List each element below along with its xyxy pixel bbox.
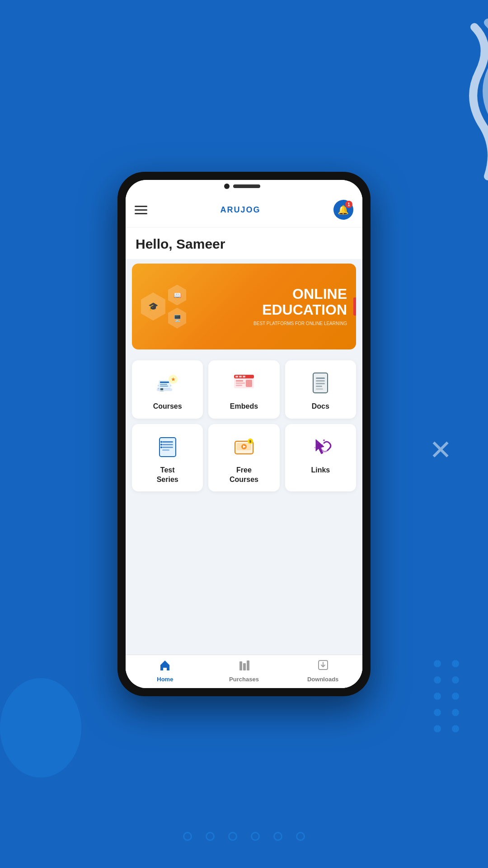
menu-item-docs[interactable]: Docs	[285, 360, 356, 419]
svg-rect-29	[162, 444, 173, 445]
hamburger-menu[interactable]	[135, 206, 147, 214]
greeting-section: Hello, Sameer	[126, 227, 362, 259]
bg-wave	[393, 18, 488, 190]
menu-item-test-series[interactable]: TestSeries	[132, 424, 203, 492]
courses-icon: ★ 💻	[154, 369, 181, 396]
home-label: Home	[157, 676, 173, 683]
svg-rect-25	[316, 388, 323, 390]
promo-banner[interactable]: 🎓 📖 🖥️ ONLINEEDUCATION BEST PLATFORMS FO…	[132, 264, 356, 349]
svg-rect-22	[316, 380, 325, 382]
camera-notch	[224, 184, 230, 189]
downloads-icon	[317, 659, 329, 674]
hex-book: 📖	[168, 285, 186, 306]
hex-graduation: 🎓	[141, 292, 165, 321]
links-icon	[307, 433, 334, 460]
phone-frame: ARUJOG 🔔 1 Hello, Sameer 🎓	[117, 172, 371, 696]
svg-rect-21	[316, 377, 325, 379]
svg-text:$: $	[249, 439, 252, 443]
free-courses-icon: $	[230, 433, 258, 460]
speaker-notch	[233, 184, 260, 188]
banner-left: 🎓 📖 🖥️	[132, 276, 244, 338]
svg-point-33	[160, 443, 162, 445]
notification-button[interactable]: 🔔 1	[333, 200, 353, 220]
bottom-nav: Home Purchases	[126, 655, 362, 688]
menu-item-links[interactable]: Links	[285, 424, 356, 492]
app-content: ARUJOG 🔔 1 Hello, Sameer 🎓	[126, 193, 362, 688]
svg-rect-17	[236, 385, 242, 386]
svg-rect-28	[162, 441, 173, 443]
svg-rect-15	[236, 380, 243, 382]
purchases-label: Purchases	[229, 676, 259, 683]
svg-rect-46	[239, 661, 242, 670]
docs-label: Docs	[312, 402, 329, 411]
notification-badge: 1	[345, 201, 352, 208]
svg-rect-3	[160, 382, 169, 383]
banner-scroll-indicator	[353, 297, 356, 316]
svg-rect-48	[247, 660, 249, 670]
free-courses-label: FreeCourses	[230, 466, 258, 485]
phone-notch	[126, 180, 362, 193]
svg-text:💻: 💻	[160, 387, 164, 392]
svg-point-43	[317, 442, 319, 444]
svg-rect-4	[160, 384, 167, 385]
svg-point-32	[160, 441, 162, 443]
embeds-icon	[230, 369, 258, 396]
app-logo: ARUJOG	[220, 205, 260, 215]
downloads-label: Downloads	[307, 676, 338, 683]
menu-grid: ★ 💻 Courses	[126, 354, 362, 498]
courses-label: Courses	[153, 402, 182, 411]
nav-downloads[interactable]: Downloads	[305, 659, 341, 683]
svg-rect-18	[246, 380, 252, 387]
docs-icon	[307, 369, 334, 396]
svg-rect-23	[316, 383, 325, 384]
test-series-label: TestSeries	[157, 466, 178, 485]
menu-item-courses[interactable]: ★ 💻 Courses	[132, 360, 203, 419]
banner-subtitle: BEST PLATFORMS FOR ONLINE LEARNING	[253, 321, 347, 327]
bg-x-icon: ✕	[429, 434, 452, 466]
svg-rect-13	[239, 376, 242, 377]
menu-item-embeds[interactable]: Embeds	[208, 360, 279, 419]
svg-rect-24	[316, 386, 322, 387]
test-series-icon	[154, 433, 181, 460]
phone-screen: ARUJOG 🔔 1 Hello, Sameer 🎓	[126, 180, 362, 688]
bg-dots-right	[434, 660, 461, 732]
svg-rect-16	[236, 382, 245, 384]
svg-marker-42	[316, 439, 324, 454]
purchases-icon	[238, 659, 250, 674]
nav-purchases[interactable]: Purchases	[226, 659, 262, 683]
bg-dots-bottom	[183, 832, 305, 841]
greeting-text: Hello, Sameer	[136, 236, 352, 252]
svg-rect-12	[235, 376, 238, 377]
banner-right: ONLINEEDUCATION BEST PLATFORMS FOR ONLIN…	[244, 279, 356, 334]
svg-text:★: ★	[170, 376, 175, 382]
banner-title: ONLINEEDUCATION	[253, 286, 347, 318]
hex-monitor: 🖥️	[168, 308, 186, 329]
svg-point-34	[160, 446, 162, 448]
svg-rect-47	[243, 663, 246, 670]
menu-item-free-courses[interactable]: $ FreeCourses	[208, 424, 279, 492]
svg-point-44	[323, 439, 325, 441]
svg-rect-14	[243, 376, 245, 377]
embeds-label: Embeds	[230, 402, 258, 411]
svg-point-45	[314, 447, 316, 448]
links-label: Links	[311, 466, 330, 475]
svg-rect-30	[162, 447, 173, 448]
bg-blob	[0, 678, 81, 778]
svg-rect-31	[162, 449, 169, 451]
home-icon	[159, 659, 171, 674]
banner-hexagons: 🎓 📖 🖥️	[141, 285, 235, 329]
app-header: ARUJOG 🔔 1	[126, 193, 362, 227]
nav-home[interactable]: Home	[147, 659, 183, 683]
scroll-content: Hello, Sameer 🎓 📖 🖥️ O	[126, 227, 362, 655]
svg-rect-5	[160, 386, 168, 387]
